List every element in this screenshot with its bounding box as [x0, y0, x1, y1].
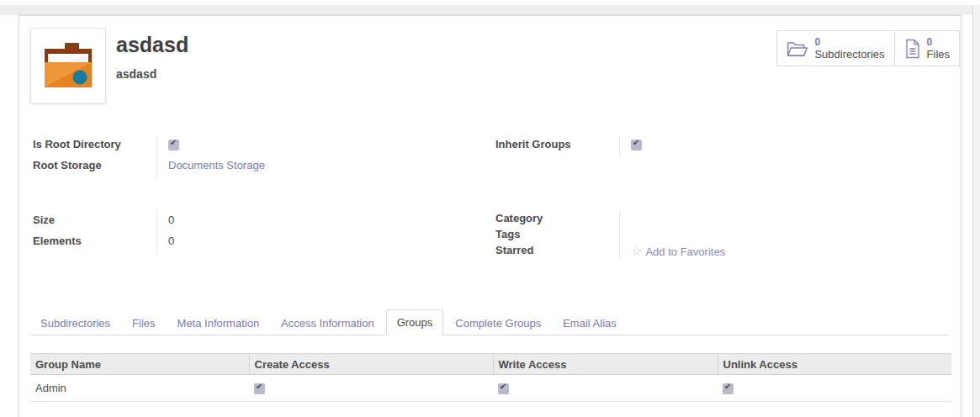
column-unlink-access[interactable]: Unlink Access	[718, 354, 951, 375]
elements-label: Elements	[33, 232, 156, 247]
column-write-access[interactable]: Write Access	[493, 354, 718, 375]
field-value: ☆Add to Favorites	[619, 243, 882, 259]
starred-label: Starred	[495, 243, 619, 256]
field-row: Tags	[495, 227, 882, 243]
file-icon	[904, 39, 921, 59]
subdirectories-count: 0	[814, 36, 884, 48]
field-row: Elements 0	[33, 232, 369, 253]
unlink-access-checkbox[interactable]	[723, 383, 734, 394]
page: asdasd asdasd 0 Subdirectories	[0, 0, 980, 417]
is-root-directory-checkbox[interactable]	[168, 140, 179, 150]
files-count: 0	[927, 36, 950, 48]
star-outline-icon: ☆	[631, 244, 642, 258]
root-storage-label: Root Storage	[33, 156, 156, 172]
elements-value: 0	[156, 232, 369, 253]
subdirectories-stat-button[interactable]: 0 Subdirectories	[777, 31, 893, 66]
field-row: Category	[495, 211, 882, 227]
page-subtitle: asdasd	[116, 67, 156, 81]
field-group-size: Size 0 Elements 0	[33, 211, 369, 253]
subdirectories-label: Subdirectories	[814, 48, 884, 61]
table-row[interactable]: Admin	[30, 375, 951, 402]
tab-access-information[interactable]: Access Information	[271, 311, 384, 335]
tab-complete-groups[interactable]: Complete Groups	[445, 311, 551, 335]
stat-text: 0 Files	[927, 36, 950, 61]
column-group-name[interactable]: Group Name	[30, 354, 249, 375]
category-label: Category	[495, 211, 619, 224]
field-row: Is Root Directory	[33, 135, 369, 156]
groups-table: Group Name Create Access Write Access Un…	[30, 353, 951, 402]
field-row: Size 0	[33, 211, 369, 232]
write-access-checkbox[interactable]	[498, 383, 509, 394]
field-row: Root Storage Documents Storage	[33, 156, 369, 177]
column-create-access[interactable]: Create Access	[249, 354, 493, 375]
notebook-tabbar: Subdirectories Files Meta Information Ac…	[30, 309, 950, 335]
field-value	[156, 135, 369, 156]
create-access-cell	[249, 375, 493, 402]
field-value: Documents Storage	[156, 156, 369, 177]
category-value[interactable]	[619, 211, 882, 227]
field-value	[619, 135, 832, 156]
field-group-meta: Category Tags Starred ☆Add to Favorites	[495, 211, 882, 259]
tab-subdirectories[interactable]: Subdirectories	[30, 311, 120, 335]
unlink-access-cell	[718, 375, 951, 402]
add-to-favorites-link[interactable]: Add to Favorites	[645, 245, 725, 258]
field-row: Inherit Groups	[495, 135, 832, 156]
is-root-directory-label: Is Root Directory	[33, 135, 156, 150]
group-name-cell[interactable]: Admin	[30, 375, 249, 402]
inherit-groups-label: Inherit Groups	[495, 135, 619, 150]
directory-image	[30, 28, 106, 103]
field-group-inherit: Inherit Groups	[495, 135, 832, 156]
form-card: asdasd asdasd 0 Subdirectories	[19, 15, 961, 417]
tags-label: Tags	[495, 227, 619, 240]
inherit-groups-checkbox[interactable]	[631, 140, 642, 150]
size-label: Size	[33, 211, 156, 226]
root-storage-link[interactable]: Documents Storage	[168, 159, 265, 172]
tags-value[interactable]	[619, 227, 882, 243]
create-access-checkbox[interactable]	[254, 383, 265, 394]
tab-email-alias[interactable]: Email Alias	[553, 311, 627, 335]
files-stat-button[interactable]: 0 Files	[894, 31, 959, 66]
write-access-cell	[493, 375, 718, 402]
files-label: Files	[927, 48, 950, 61]
stat-text: 0 Subdirectories	[814, 36, 884, 61]
table-header-row: Group Name Create Access Write Access Un…	[30, 354, 951, 375]
open-folder-icon	[787, 40, 808, 58]
tab-meta-information[interactable]: Meta Information	[167, 311, 270, 335]
size-value: 0	[156, 211, 369, 232]
scrollbar-track[interactable]	[972, 5, 980, 417]
tab-groups[interactable]: Groups	[386, 309, 444, 335]
field-group-root: Is Root Directory Root Storage Documents…	[33, 135, 369, 177]
page-title: asdasd	[116, 33, 188, 57]
field-row: Starred ☆Add to Favorites	[495, 243, 882, 259]
tab-files[interactable]: Files	[122, 311, 165, 335]
stat-button-box: 0 Subdirectories 0 Files	[776, 30, 960, 66]
page-top-band	[0, 5, 980, 15]
folder-image-icon	[38, 35, 98, 96]
